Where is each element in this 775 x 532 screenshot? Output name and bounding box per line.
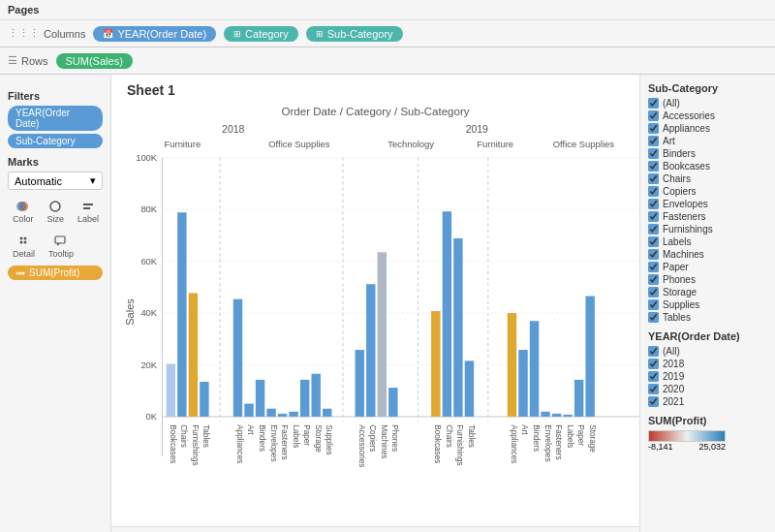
year-2019-checkbox[interactable] — [648, 371, 659, 382]
bar-2018-tables[interactable] — [200, 382, 208, 417]
subcat-furnishings-checkbox[interactable] — [648, 224, 659, 235]
sub-category-pill[interactable]: ⊞ Sub-Category — [306, 26, 403, 42]
year-2020-item[interactable]: 2020 — [648, 384, 767, 394]
subcat-paper-item[interactable]: Paper — [648, 262, 767, 272]
bar-2018-envelopes[interactable] — [266, 409, 275, 417]
subcat-copiers-item[interactable]: Copiers — [648, 186, 767, 197]
subcat-art-item[interactable]: Art — [648, 136, 767, 146]
bar-2019-furnishings[interactable] — [453, 238, 462, 417]
subcat-furnishings-item[interactable]: Furnishings — [648, 224, 767, 235]
size-button[interactable]: Size — [43, 196, 70, 227]
bar-2018-machines[interactable] — [378, 252, 387, 417]
svg-text:Furniture: Furniture — [165, 140, 202, 149]
pages-label: Pages — [8, 4, 39, 16]
bar-2018-bookcases[interactable] — [167, 363, 175, 416]
bar-2018-appliances[interactable] — [233, 299, 242, 417]
filter-subcat[interactable]: Sub-Category — [8, 134, 103, 148]
filter-year[interactable]: YEAR(Order Date) — [8, 106, 103, 131]
subcat-all-checkbox[interactable] — [648, 98, 659, 109]
svg-text:Machines: Machines — [380, 424, 389, 458]
bar-2019-binders[interactable] — [530, 321, 539, 417]
pages-section: Pages — [0, 0, 775, 20]
bar-2018-paper[interactable] — [300, 380, 309, 417]
bar-2019-bookcases[interactable] — [431, 311, 440, 417]
subcat-binders-item[interactable]: Binders — [648, 148, 767, 159]
bar-2018-fasteners[interactable] — [278, 414, 287, 417]
subcat-binders-checkbox[interactable] — [648, 148, 659, 159]
bar-2018-supplies[interactable] — [323, 409, 331, 417]
year-all-item[interactable]: (All) — [648, 346, 767, 357]
sum-profit-mark[interactable]: SUM(Profit) — [8, 266, 103, 280]
subcat-bookcases-checkbox[interactable] — [648, 161, 659, 172]
subcat-storage-item[interactable]: Storage — [648, 287, 767, 297]
year-2019-item[interactable]: 2019 — [648, 371, 767, 382]
subcat-labels-checkbox[interactable] — [648, 236, 659, 247]
sum-sales-pill[interactable]: SUM(Sales) — [56, 53, 133, 69]
bar-2018-chairs[interactable] — [177, 212, 186, 417]
bar-2018-labels[interactable] — [289, 412, 297, 417]
year-2021-checkbox[interactable] — [648, 396, 659, 407]
subcat-phones-item[interactable]: Phones — [648, 274, 767, 285]
year-2020-checkbox[interactable] — [648, 384, 659, 394]
year-2018-item[interactable]: 2018 — [648, 359, 767, 369]
bar-2019-labels[interactable] — [563, 415, 572, 417]
svg-text:Labels: Labels — [566, 424, 575, 448]
bar-2019-storage[interactable] — [585, 297, 594, 417]
svg-text:Tables: Tables — [202, 424, 211, 448]
bar-2018-art[interactable] — [244, 404, 253, 417]
bar-2019-envelopes[interactable] — [541, 412, 549, 417]
subcat-supplies-item[interactable]: Supplies — [648, 299, 767, 310]
subcat-tables-checkbox[interactable] — [648, 312, 659, 323]
subcat-fasteners-checkbox[interactable] — [648, 211, 659, 222]
category-pill[interactable]: ⊞ Category — [224, 26, 298, 42]
subcat-envelopes-checkbox[interactable] — [648, 199, 659, 209]
detail-button[interactable]: Detail — [8, 231, 40, 262]
subcat-bookcases-item[interactable]: Bookcases — [648, 161, 767, 172]
subcat-art-checkbox[interactable] — [648, 136, 659, 146]
profit-color-gradient — [648, 430, 726, 442]
svg-text:Furniture: Furniture — [477, 140, 513, 149]
bar-2018-phones[interactable] — [388, 388, 397, 417]
subcat-fasteners-item[interactable]: Fasteners — [648, 211, 767, 222]
year-2021-item[interactable]: 2021 — [648, 396, 767, 407]
subcat-machines-item[interactable]: Machines — [648, 249, 767, 260]
subcat-accessories-checkbox[interactable] — [648, 110, 659, 121]
year-order-date-pill[interactable]: 📅 YEAR(Order Date) — [93, 26, 216, 42]
color-button[interactable]: Color — [8, 196, 39, 227]
bar-2018-copiers[interactable] — [366, 284, 375, 417]
svg-text:Technology: Technology — [388, 140, 434, 149]
bar-2019-fasteners[interactable] — [552, 414, 561, 417]
marks-type-dropdown[interactable]: Automatic ▾ — [8, 172, 103, 190]
subcat-phones-checkbox[interactable] — [648, 274, 659, 285]
subcat-labels-item[interactable]: Labels — [648, 236, 767, 247]
subcat-chairs-checkbox[interactable] — [648, 173, 659, 184]
subcat-supplies-checkbox[interactable] — [648, 299, 659, 310]
subcat-machines-checkbox[interactable] — [648, 249, 659, 260]
bar-2018-accessories[interactable] — [356, 350, 364, 417]
bar-2018-furnishings[interactable] — [189, 293, 198, 416]
bar-2019-appliances[interactable] — [508, 313, 516, 417]
svg-point-6 — [23, 237, 26, 240]
subcat-all-item[interactable]: (All) — [648, 98, 767, 109]
bar-2019-paper[interactable] — [574, 380, 583, 417]
label-button[interactable]: Label — [73, 196, 104, 227]
main-container: Pages ⋮⋮⋮ Columns 📅 YEAR(Order Date) ⊞ C… — [0, 0, 775, 532]
subcat-tables-item[interactable]: Tables — [648, 312, 767, 323]
bar-2019-art[interactable] — [518, 350, 527, 417]
subcat-accessories-item[interactable]: Accessories — [648, 110, 767, 121]
subcat-storage-checkbox[interactable] — [648, 287, 659, 297]
subcat-appliances-checkbox[interactable] — [648, 123, 659, 134]
bar-2019-chairs[interactable] — [443, 211, 451, 417]
tooltip-button[interactable]: Tooltip — [44, 231, 78, 262]
subcat-appliances-item[interactable]: Appliances — [648, 123, 767, 134]
year-all-checkbox[interactable] — [648, 346, 659, 357]
subcat-copiers-checkbox[interactable] — [648, 186, 659, 197]
subcat-envelopes-item[interactable]: Envelopes — [648, 199, 767, 209]
year-2018-checkbox[interactable] — [648, 359, 659, 369]
subcat-chairs-item[interactable]: Chairs — [648, 173, 767, 184]
bar-2018-storage[interactable] — [311, 374, 320, 417]
subcat-paper-checkbox[interactable] — [648, 262, 659, 272]
bar-2018-binders[interactable] — [256, 380, 264, 417]
left-sidebar: Filters YEAR(Order Date) Sub-Category Ma… — [0, 75, 111, 532]
bar-2019-tables[interactable] — [465, 360, 474, 417]
